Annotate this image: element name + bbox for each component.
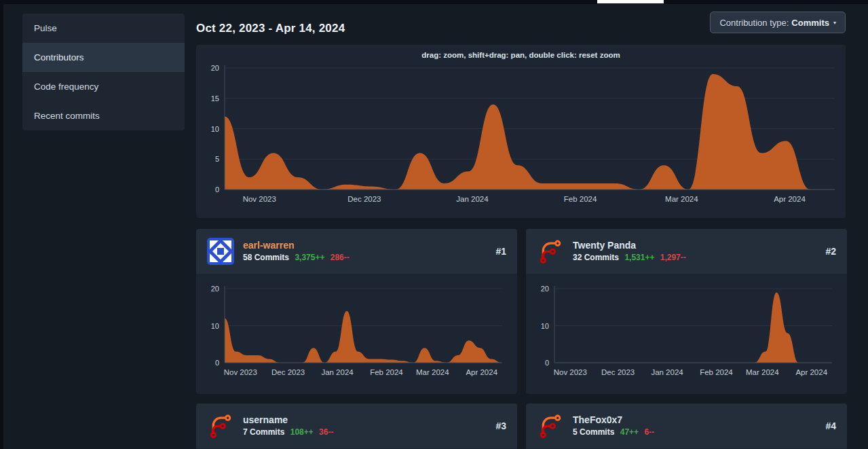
svg-text:Feb 2024: Feb 2024: [700, 368, 733, 376]
svg-text:10: 10: [211, 322, 219, 330]
contributor-stats: 7 Commits 108++ 36--: [243, 427, 333, 438]
svg-text:Dec 2023: Dec 2023: [601, 368, 635, 376]
chart-zoom-hint: drag: zoom, shift+drag: pan, double clic…: [196, 45, 846, 61]
contribution-type-label: Contribution type:: [719, 18, 789, 28]
forgejo-logo-avatar-image: [537, 238, 564, 265]
contributor-name-link[interactable]: earl-warren: [243, 239, 350, 253]
rank-badge: #2: [825, 246, 836, 257]
contributor-stats: 5 Commits 47++ 6--: [573, 427, 654, 438]
contributor-stats: 32 Commits 1,531++ 1,297--: [573, 252, 686, 264]
sidebar-item-recent-commits[interactable]: Recent commits: [22, 101, 185, 130]
svg-text:Feb 2024: Feb 2024: [370, 368, 403, 376]
sidebar-item-contributors[interactable]: Contributors: [22, 43, 185, 72]
svg-text:Dec 2023: Dec 2023: [347, 195, 381, 203]
svg-text:0: 0: [215, 185, 219, 194]
rank-badge: #3: [495, 420, 506, 431]
deletions-count: 36--: [319, 427, 333, 437]
active-tab-indicator: [597, 0, 664, 3]
contributor-card-header: username 7 Commits 108++ 36-- #3: [196, 403, 517, 448]
contribution-type-value: Commits: [791, 18, 829, 28]
svg-text:Apr 2024: Apr 2024: [774, 195, 806, 203]
additions-count: 3,375++: [295, 253, 324, 262]
contribution-type-dropdown[interactable]: Contribution type: Commits ▾: [710, 12, 846, 33]
top-nav-bar: [0, 0, 868, 4]
contributor-card: TheFox0x7 5 Commits 47++ 6-- #4: [526, 403, 847, 449]
total-commits-chart-panel: drag: zoom, shift+drag: pan, double clic…: [196, 45, 846, 218]
svg-text:Apr 2024: Apr 2024: [795, 368, 827, 376]
svg-text:Mar 2024: Mar 2024: [416, 368, 449, 376]
contributor-card: username 7 Commits 108++ 36-- #3: [196, 403, 517, 449]
svg-text:Mar 2024: Mar 2024: [746, 368, 779, 376]
svg-text:Jan 2024: Jan 2024: [456, 195, 489, 203]
avatar[interactable]: [537, 238, 564, 265]
activity-sidebar: Pulse Contributors Code frequency Recent…: [22, 14, 185, 130]
additions-count: 47++: [620, 427, 639, 437]
svg-text:Nov 2023: Nov 2023: [243, 195, 276, 203]
contributor-area-chart[interactable]: 01020Nov 2023Dec 2023Jan 2024Feb 2024Mar…: [204, 278, 509, 390]
contributor-name-link[interactable]: TheFox0x7: [573, 414, 654, 427]
commit-count: 32 Commits: [573, 253, 619, 262]
contributor-card-header: TheFox0x7 5 Commits 47++ 6-- #4: [526, 403, 847, 448]
svg-text:Dec 2023: Dec 2023: [271, 368, 305, 376]
svg-text:15: 15: [211, 94, 219, 103]
contributor-name-link[interactable]: username: [243, 414, 333, 427]
deletions-count: 6--: [644, 427, 654, 437]
contributor-card-header: Twenty Panda 32 Commits 1,531++ 1,297-- …: [526, 229, 847, 274]
sidebar-item-pulse[interactable]: Pulse: [22, 14, 185, 43]
svg-text:Nov 2023: Nov 2023: [554, 368, 587, 376]
svg-text:10: 10: [211, 125, 219, 133]
svg-text:Apr 2024: Apr 2024: [466, 368, 497, 376]
date-range-title: Oct 22, 2023 - Apr 14, 2024: [196, 22, 345, 35]
commit-count: 7 Commits: [243, 427, 284, 437]
chevron-down-icon: ▾: [833, 20, 836, 26]
commit-count: 58 Commits: [243, 253, 289, 262]
forgejo-logo-avatar-image: [537, 412, 564, 439]
rank-badge: #1: [495, 246, 506, 257]
svg-text:20: 20: [211, 285, 219, 293]
contributor-card: earl-warren 58 Commits 3,375++ 286-- #1 …: [196, 229, 517, 394]
svg-text:Nov 2023: Nov 2023: [224, 368, 257, 376]
avatar[interactable]: [537, 412, 564, 439]
contributor-stats: 58 Commits 3,375++ 286--: [243, 252, 350, 264]
svg-text:20: 20: [211, 64, 219, 72]
avatar[interactable]: [207, 238, 234, 265]
svg-text:Feb 2024: Feb 2024: [564, 195, 597, 203]
identicon-avatar-image: [207, 238, 234, 265]
svg-text:Jan 2024: Jan 2024: [321, 368, 354, 376]
avatar[interactable]: [207, 412, 234, 439]
additions-count: 108++: [290, 427, 314, 437]
contributor-area-chart[interactable]: 01020Nov 2023Dec 2023Jan 2024Feb 2024Mar…: [534, 278, 839, 390]
forgejo-logo-avatar-image: [207, 412, 234, 439]
svg-text:0: 0: [215, 359, 219, 367]
additions-count: 1,531++: [624, 253, 654, 262]
svg-text:5: 5: [215, 155, 219, 163]
svg-text:20: 20: [541, 285, 549, 293]
deletions-count: 286--: [331, 253, 350, 262]
sidebar-item-code-frequency[interactable]: Code frequency: [22, 72, 185, 101]
svg-text:0: 0: [545, 359, 549, 367]
svg-text:Mar 2024: Mar 2024: [665, 195, 698, 203]
window-left-edge: [0, 0, 3, 449]
total-commits-area-chart[interactable]: 05101520Nov 2023Dec 2023Jan 2024Feb 2024…: [204, 61, 837, 214]
svg-text:10: 10: [541, 322, 549, 330]
commit-count: 5 Commits: [573, 427, 614, 437]
deletions-count: 1,297--: [660, 253, 686, 262]
contributor-card-header: earl-warren 58 Commits 3,375++ 286-- #1: [196, 229, 517, 274]
svg-text:Jan 2024: Jan 2024: [651, 368, 683, 376]
contributor-name-link[interactable]: Twenty Panda: [573, 239, 686, 253]
contributor-card: Twenty Panda 32 Commits 1,531++ 1,297-- …: [526, 229, 847, 394]
rank-badge: #4: [825, 420, 836, 431]
